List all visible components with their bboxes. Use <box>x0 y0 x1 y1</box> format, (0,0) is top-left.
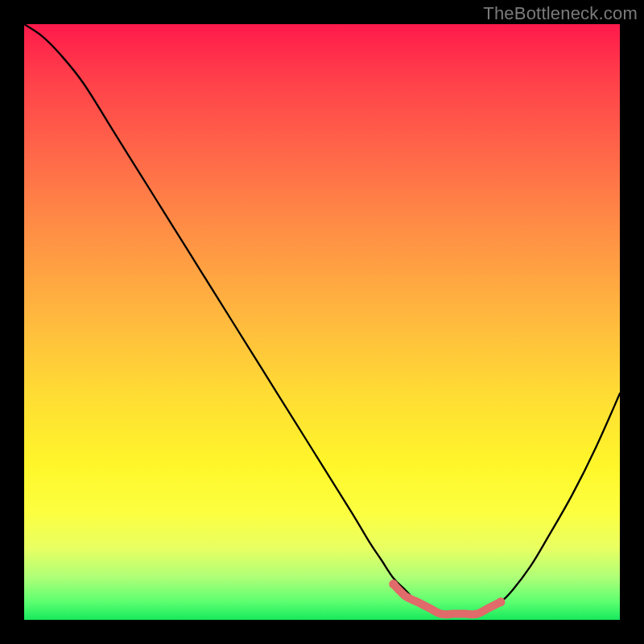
curve-svg <box>24 24 620 620</box>
low-bottleneck-region <box>394 584 501 615</box>
bottleneck-curve <box>24 24 620 614</box>
chart-frame: TheBottleneck.com <box>0 0 644 644</box>
marker-dot <box>497 597 506 606</box>
watermark-text: TheBottleneck.com <box>483 3 638 24</box>
marker-dot <box>389 580 398 588</box>
plot-area <box>24 24 620 620</box>
